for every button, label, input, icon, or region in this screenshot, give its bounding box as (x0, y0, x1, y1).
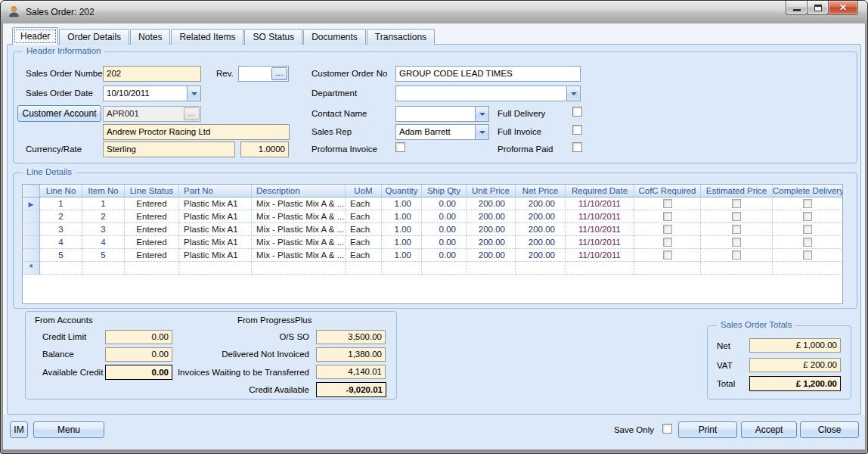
cell-empty[interactable] (566, 262, 634, 275)
col-header-description[interactable]: Description (252, 185, 346, 197)
cell-item-no[interactable]: 5 (82, 249, 125, 262)
cell-complete-delivery[interactable] (773, 197, 843, 210)
cofc-required-checkbox[interactable] (663, 250, 672, 260)
cell-description[interactable]: Mix - Plastic Mix A & ... (252, 210, 346, 223)
cell-empty[interactable] (422, 262, 467, 275)
tab-documents[interactable]: Documents (303, 29, 366, 45)
cell-quantity[interactable]: 1.00 (382, 249, 422, 262)
menu-button[interactable]: Menu (33, 421, 104, 438)
cell-required-date[interactable]: 11/10/2011 (566, 210, 634, 223)
cell-complete-delivery[interactable] (773, 210, 843, 223)
cell-unit-price[interactable]: 200.00 (467, 197, 516, 210)
col-header-part-no[interactable]: Part No (179, 185, 252, 197)
cell-quantity[interactable]: 1.00 (382, 223, 422, 236)
cell-item-no[interactable]: 1 (82, 197, 125, 210)
cell-ship-qty[interactable]: 0.00 (422, 236, 467, 249)
department-dropdown-button[interactable] (566, 86, 580, 101)
sales-rep-dropdown[interactable]: Adam Barrett (395, 124, 489, 140)
cell-empty[interactable] (346, 262, 382, 275)
complete-delivery-checkbox[interactable] (803, 250, 812, 260)
cell-required-date[interactable]: 11/10/2011 (566, 223, 634, 236)
complete-delivery-checkbox[interactable] (803, 225, 812, 234)
cell-unit-price[interactable]: 200.00 (467, 236, 516, 249)
cell-estimated-price[interactable] (701, 197, 773, 210)
estimated-price-checkbox[interactable] (732, 238, 741, 247)
col-header-ship-qty[interactable]: Ship Qty (422, 185, 467, 197)
col-header-cofc-required[interactable]: CofC Required (634, 185, 701, 197)
cell-cofc-required[interactable] (634, 197, 701, 210)
cell-line-status[interactable]: Entered (125, 197, 179, 210)
cell-unit-price[interactable]: 200.00 (467, 223, 516, 236)
customer-order-no-field[interactable]: GROUP CODE LEAD TIMES (395, 66, 581, 82)
cell-net-price[interactable]: 200.00 (516, 223, 566, 236)
cell-cofc-required[interactable] (634, 223, 701, 236)
table-row[interactable]: 55EnteredPlastic Mix A1Mix - Plastic Mix… (23, 249, 842, 262)
customer-account-browse-button[interactable]: … (184, 107, 200, 120)
cell-empty[interactable] (382, 262, 422, 275)
sales-order-date-dropdown-button[interactable] (187, 86, 200, 101)
accept-button[interactable]: Accept (741, 421, 797, 438)
cell-line-no[interactable]: 2 (40, 210, 82, 223)
department-dropdown[interactable] (395, 86, 581, 101)
im-button[interactable]: IM (10, 421, 28, 438)
cell-part-no[interactable]: Plastic Mix A1 (179, 223, 252, 236)
save-only-checkbox[interactable] (662, 424, 672, 434)
contact-name-dropdown-button[interactable] (475, 107, 488, 121)
row-selector-header[interactable] (23, 185, 40, 197)
cell-complete-delivery[interactable] (773, 249, 843, 262)
cofc-required-checkbox[interactable] (663, 199, 672, 208)
cell-quantity[interactable]: 1.00 (382, 236, 422, 249)
estimated-price-checkbox[interactable] (732, 212, 741, 221)
cell-uom[interactable]: Each (346, 223, 382, 236)
estimated-price-checkbox[interactable] (732, 225, 741, 234)
sales-order-number-field[interactable]: 202 (103, 66, 201, 82)
customer-account-button[interactable]: Customer Account (17, 105, 101, 122)
col-header-quantity[interactable]: Quantity (382, 185, 422, 197)
estimated-price-checkbox[interactable] (732, 250, 741, 260)
cell-empty[interactable] (252, 262, 346, 275)
cell-line-no[interactable]: 4 (40, 236, 82, 249)
cell-net-price[interactable]: 200.00 (516, 210, 566, 223)
restore-button[interactable] (807, 1, 829, 15)
table-row[interactable]: 22EnteredPlastic Mix A1Mix - Plastic Mix… (23, 210, 842, 223)
cell-description[interactable]: Mix - Plastic Mix A & ... (252, 197, 346, 210)
cell-item-no[interactable]: 3 (82, 223, 125, 236)
cell-complete-delivery[interactable] (773, 236, 843, 249)
cell-net-price[interactable]: 200.00 (516, 197, 566, 210)
complete-delivery-checkbox[interactable] (803, 199, 812, 208)
complete-delivery-checkbox[interactable] (803, 238, 812, 247)
cell-item-no[interactable]: 2 (82, 210, 125, 223)
row-selector[interactable] (23, 223, 40, 236)
cell-line-status[interactable]: Entered (125, 210, 179, 223)
customer-name-field[interactable]: Andrew Proctor Racing Ltd (103, 124, 290, 140)
cell-description[interactable]: Mix - Plastic Mix A & ... (252, 236, 346, 249)
cell-line-no[interactable]: 3 (40, 223, 82, 236)
cell-uom[interactable]: Each (346, 197, 382, 210)
cell-unit-price[interactable]: 200.00 (467, 249, 516, 262)
tab-so-status[interactable]: SO Status (244, 29, 302, 45)
cell-line-status[interactable]: Entered (125, 236, 179, 249)
cell-uom[interactable]: Each (346, 210, 382, 223)
cell-empty[interactable] (125, 262, 179, 275)
tab-order-details[interactable]: Order Details (59, 29, 129, 45)
tab-related-items[interactable]: Related Items (171, 29, 243, 45)
col-header-item-no[interactable]: Item No (82, 185, 125, 197)
cell-part-no[interactable]: Plastic Mix A1 (179, 236, 252, 249)
cell-empty[interactable] (701, 262, 773, 275)
proforma-paid-checkbox[interactable] (572, 142, 582, 152)
tab-notes[interactable]: Notes (130, 29, 170, 45)
cell-quantity[interactable]: 1.00 (382, 197, 422, 210)
cell-part-no[interactable]: Plastic Mix A1 (179, 197, 252, 210)
full-invoice-checkbox[interactable] (572, 125, 582, 135)
cell-description[interactable]: Mix - Plastic Mix A & ... (252, 223, 346, 236)
cell-empty[interactable] (467, 262, 516, 275)
currency-rate-field[interactable]: 1.0000 (240, 141, 289, 157)
cell-uom[interactable]: Each (346, 249, 382, 262)
cell-net-price[interactable]: 200.00 (516, 236, 566, 249)
cell-part-no[interactable]: Plastic Mix A1 (179, 249, 252, 262)
cell-empty[interactable] (179, 262, 252, 275)
table-row[interactable]: ▶11EnteredPlastic Mix A1Mix - Plastic Mi… (23, 197, 842, 210)
cell-estimated-price[interactable] (701, 210, 773, 223)
complete-delivery-checkbox[interactable] (803, 212, 812, 221)
cofc-required-checkbox[interactable] (663, 238, 672, 247)
